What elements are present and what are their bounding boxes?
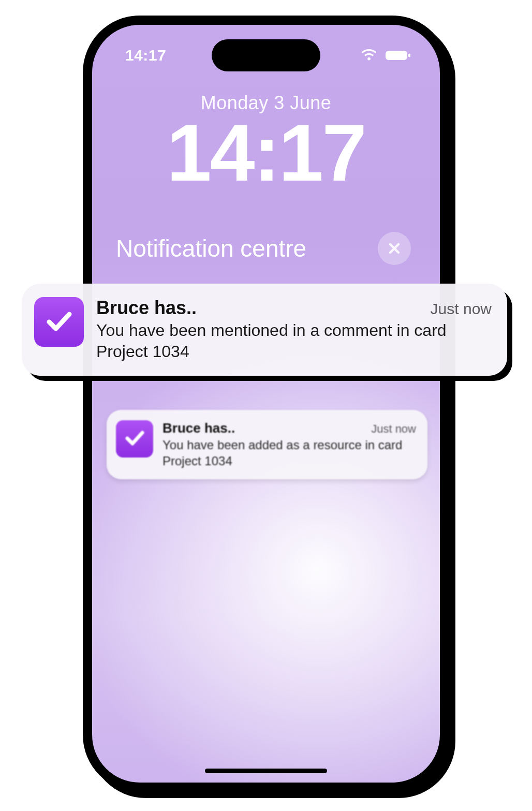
svg-rect-0 bbox=[386, 51, 407, 60]
notification-time: Just now bbox=[371, 422, 416, 436]
notification-body: Bruce has.. Just now You have been added… bbox=[162, 420, 416, 469]
checkmark-icon bbox=[124, 427, 145, 451]
checkmark-icon bbox=[44, 306, 74, 338]
home-indicator[interactable] bbox=[205, 769, 327, 773]
app-icon bbox=[34, 297, 84, 347]
notification-body: Bruce has.. Just now You have been menti… bbox=[96, 297, 492, 362]
lock-time: 14:17 bbox=[92, 111, 440, 196]
close-button[interactable] bbox=[378, 232, 411, 265]
lock-date: Monday 3 June bbox=[92, 92, 440, 114]
close-icon bbox=[387, 241, 402, 256]
notification-message: You have been mentioned in a comment in … bbox=[96, 320, 492, 362]
battery-icon bbox=[385, 49, 411, 62]
wifi-icon bbox=[360, 49, 378, 62]
phone-frame: 14:17 Monday 3 June bbox=[83, 16, 449, 792]
svg-rect-1 bbox=[408, 54, 410, 57]
notification-card[interactable]: Bruce has.. Just now You have been added… bbox=[107, 410, 427, 479]
status-indicators bbox=[360, 49, 411, 62]
phone-screen: 14:17 Monday 3 June bbox=[92, 25, 440, 783]
notification-message: You have been added as a resource in car… bbox=[162, 437, 416, 469]
notification-card[interactable]: Bruce has.. Just now You have been menti… bbox=[22, 284, 507, 376]
dynamic-island bbox=[212, 39, 320, 71]
notification-title: Bruce has.. bbox=[96, 297, 197, 319]
lock-screen-header: Monday 3 June 14:17 bbox=[92, 92, 440, 196]
notification-time: Just now bbox=[431, 300, 492, 318]
status-time: 14:17 bbox=[125, 47, 166, 64]
notification-centre-header: Notification centre bbox=[92, 232, 440, 265]
notification-title: Bruce has.. bbox=[162, 420, 235, 436]
app-icon bbox=[116, 420, 153, 458]
notification-centre-title: Notification centre bbox=[116, 234, 306, 262]
